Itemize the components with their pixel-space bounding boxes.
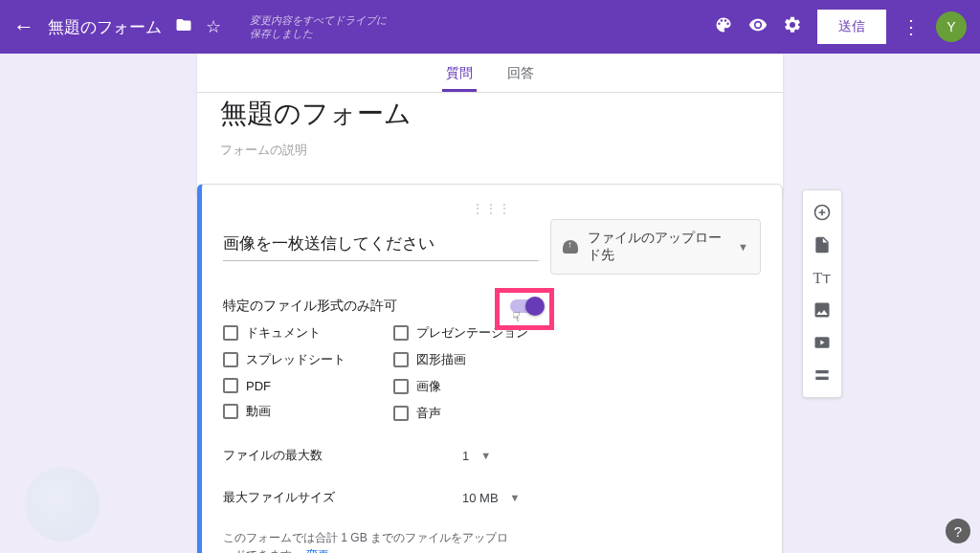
more-vert-icon[interactable]: ⋮ — [902, 15, 921, 38]
chevron-down-icon: ▼ — [738, 241, 748, 253]
import-questions-icon[interactable] — [805, 229, 839, 261]
max-size-label: 最大ファイルサイズ — [223, 489, 462, 506]
form-title[interactable]: 無題のフォーム — [220, 96, 760, 132]
help-icon[interactable]: ? — [946, 519, 970, 543]
add-image-icon[interactable] — [805, 294, 839, 326]
filetype-image[interactable]: 画像 — [393, 378, 528, 395]
svg-rect-3 — [815, 377, 828, 380]
account-avatar[interactable]: Y — [936, 11, 967, 42]
filetype-drawing[interactable]: 図形描画 — [393, 351, 528, 368]
form-title-header[interactable]: 無題のフォーム — [48, 16, 162, 38]
filetype-presentation[interactable]: プレゼンテーション — [393, 324, 528, 342]
file-type-grid: ドキュメント スプレッドシート PDF 動画 プレゼンテーション 図形描画 画像… — [223, 324, 761, 422]
chevron-down-icon: ▼ — [480, 450, 491, 461]
question-type-dropdown[interactable]: ファイルのアップロード先 ▼ — [550, 219, 761, 275]
tabs-bar: 質問 回答 — [197, 54, 783, 93]
preview-eye-icon[interactable] — [748, 15, 768, 39]
add-question-icon[interactable] — [805, 196, 839, 229]
filetype-audio[interactable]: 音声 — [393, 405, 528, 422]
palette-icon[interactable] — [714, 15, 733, 39]
svg-rect-2 — [815, 370, 828, 373]
upload-limit-note: このフォームでは合計 1 GB までのファイルをアップロードできます。 変更 — [223, 529, 510, 553]
header-right: 送信 ⋮ Y — [714, 10, 967, 44]
tab-questions[interactable]: 質問 — [442, 54, 477, 92]
star-icon[interactable]: ☆ — [206, 16, 221, 37]
question-title-input[interactable]: 画像を一枚送信してください — [223, 232, 539, 261]
question-card: ⋮⋮⋮ 画像を一枚送信してください ファイルのアップロード先 ▼ 特定のファイル… — [197, 184, 783, 553]
filetype-video[interactable]: 動画 — [223, 403, 345, 420]
max-size-dropdown[interactable]: 10 MB▼ — [462, 491, 520, 505]
cursor-pointer-icon: ☟ — [512, 309, 521, 324]
add-title-icon[interactable]: Tᴛ — [805, 261, 839, 294]
change-limit-link[interactable]: 変更 — [306, 548, 329, 553]
filetype-pdf[interactable]: PDF — [223, 378, 345, 393]
filetype-document[interactable]: ドキュメント — [223, 324, 345, 342]
add-video-icon[interactable] — [805, 326, 839, 359]
side-toolbar: Tᴛ — [802, 189, 842, 398]
chevron-down-icon: ▼ — [510, 492, 521, 503]
max-files-dropdown[interactable]: 1▼ — [462, 449, 491, 463]
header-left: ← 無題のフォーム ☆ 変更内容をすべてドライブに保存しました — [13, 13, 393, 41]
form-description[interactable]: フォームの説明 — [220, 142, 760, 159]
allow-specific-label: 特定のファイル形式のみ許可 — [223, 298, 510, 315]
settings-gear-icon[interactable] — [783, 15, 802, 39]
back-arrow-icon[interactable]: ← — [13, 14, 34, 39]
save-status: 変更内容をすべてドライブに保存しました — [250, 13, 393, 41]
question-type-label: ファイルのアップロード先 — [588, 230, 730, 264]
add-section-icon[interactable] — [805, 359, 839, 391]
tab-responses[interactable]: 回答 — [503, 54, 538, 92]
drag-handle-icon[interactable]: ⋮⋮⋮ — [223, 202, 761, 215]
decorative-avatar — [25, 467, 100, 542]
folder-icon[interactable] — [175, 16, 192, 38]
send-button[interactable]: 送信 — [817, 10, 886, 44]
max-files-label: ファイルの最大数 — [223, 447, 462, 464]
toggle-knob — [525, 297, 545, 316]
cloud-upload-icon — [563, 240, 578, 254]
app-header: ← 無題のフォーム ☆ 変更内容をすべてドライブに保存しました 送信 ⋮ Y — [0, 0, 980, 54]
filetype-spreadsheet[interactable]: スプレッドシート — [223, 351, 345, 368]
